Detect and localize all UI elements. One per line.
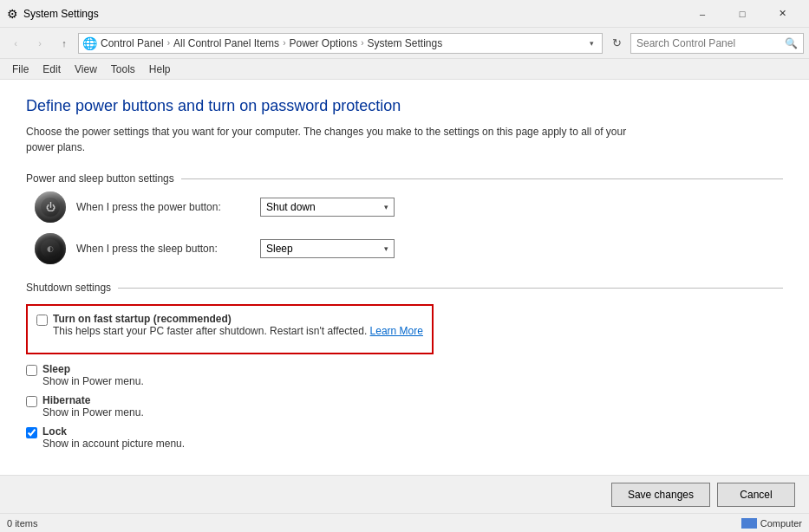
hibernate-option-desc: Show in Power menu. [42, 406, 144, 418]
computer-icon [741, 518, 757, 529]
menu-view[interactable]: View [68, 62, 104, 77]
power-button-value: Shut down [266, 201, 316, 213]
page-description: Choose the power settings that you want … [26, 124, 633, 155]
sleep-checkbox[interactable] [26, 365, 37, 376]
page-title: Define power buttons and turn on passwor… [26, 97, 783, 115]
hibernate-option: Hibernate Show in Power menu. [26, 394, 783, 418]
status-computer-label: Computer [760, 518, 802, 529]
shutdown-section: Turn on fast startup (recommended) This … [26, 304, 783, 457]
cancel-button[interactable]: Cancel [717, 483, 795, 507]
sleep-button-dropdown[interactable]: Sleep ▾ [260, 239, 395, 258]
lock-checkbox[interactable] [26, 427, 37, 438]
title-bar-left: ⚙ System Settings [7, 7, 99, 21]
app-icon: ⚙ [7, 7, 18, 21]
app-title: System Settings [23, 8, 99, 20]
menu-tools[interactable]: Tools [104, 62, 142, 77]
menu-file[interactable]: File [5, 62, 36, 77]
main-content: Define power buttons and turn on passwor… [0, 80, 809, 475]
status-bar: 0 items Computer [0, 513, 809, 532]
up-button[interactable]: ↑ [54, 33, 75, 54]
address-dropdown-button[interactable]: ▾ [584, 34, 598, 53]
power-button-dropdown-arrow: ▾ [384, 203, 388, 211]
breadcrumb-all-items[interactable]: All Control Panel Items [172, 37, 281, 49]
menu-help[interactable]: Help [142, 62, 178, 77]
sleep-option: Sleep Show in Power menu. [26, 363, 783, 387]
search-input[interactable] [636, 37, 781, 49]
breadcrumb-system-settings[interactable]: System Settings [366, 37, 445, 49]
nav-bar: ‹ › ↑ 🌐 Control Panel › All Control Pane… [0, 28, 809, 59]
close-button[interactable]: ✕ [762, 0, 802, 28]
shutdown-section-title: Shutdown settings [26, 282, 783, 294]
sleep-option-desc: Show in Power menu. [42, 375, 144, 387]
breadcrumb-power-options[interactable]: Power Options [287, 37, 359, 49]
address-bar: 🌐 Control Panel › All Control Panel Item… [78, 33, 603, 54]
maximize-button[interactable]: □ [722, 0, 762, 28]
title-bar-controls: – □ ✕ [682, 0, 802, 28]
fast-startup-label: Turn on fast startup (recommended) [53, 313, 423, 325]
fast-startup-box: Turn on fast startup (recommended) This … [26, 304, 434, 354]
button-settings: ⏻ When I press the power button: Shut do… [35, 191, 783, 264]
sleep-button-row: ◐ When I press the sleep button: Sleep ▾ [35, 233, 783, 264]
sleep-option-label: Sleep [42, 363, 144, 375]
bottom-bar: Save changes Cancel [0, 475, 809, 513]
sleep-button-icon: ◐ [35, 233, 66, 264]
hibernate-checkbox[interactable] [26, 396, 37, 407]
refresh-button[interactable]: ↻ [606, 33, 627, 54]
power-button-icon: ⏻ [35, 191, 66, 223]
back-button[interactable]: ‹ [5, 33, 26, 54]
title-bar: ⚙ System Settings – □ ✕ [0, 0, 809, 28]
power-button-section-title: Power and sleep button settings [26, 172, 783, 185]
fast-startup-checkbox[interactable] [36, 315, 48, 326]
learn-more-link[interactable]: Learn More [370, 325, 423, 337]
sleep-button-value: Sleep [266, 243, 293, 255]
power-button-row: ⏻ When I press the power button: Shut do… [35, 191, 783, 223]
minimize-button[interactable]: – [682, 0, 722, 28]
status-item-count: 0 items [7, 518, 37, 529]
lock-option-label: Lock [42, 425, 185, 438]
search-icon: 🔍 [785, 37, 798, 49]
sleep-button-dropdown-arrow: ▾ [384, 244, 388, 253]
lock-option-desc: Show in account picture menu. [42, 438, 185, 450]
breadcrumb-globe-icon: 🌐 [82, 36, 97, 50]
status-right: Computer [741, 518, 802, 529]
forward-button[interactable]: › [29, 33, 50, 54]
breadcrumb-control-panel[interactable]: Control Panel [99, 37, 166, 49]
lock-option: Lock Show in account picture menu. [26, 425, 783, 450]
menu-edit[interactable]: Edit [36, 62, 68, 77]
menu-bar: File Edit View Tools Help [0, 59, 809, 80]
fast-startup-desc: This helps start your PC faster after sh… [53, 325, 423, 337]
save-changes-button[interactable]: Save changes [611, 483, 710, 507]
power-button-label: When I press the power button: [76, 201, 250, 213]
power-button-dropdown[interactable]: Shut down ▾ [260, 198, 395, 217]
fast-startup-row: Turn on fast startup (recommended) This … [36, 313, 423, 337]
sleep-button-label: When I press the sleep button: [76, 243, 250, 255]
hibernate-option-label: Hibernate [42, 394, 144, 406]
search-box: 🔍 [630, 33, 804, 54]
